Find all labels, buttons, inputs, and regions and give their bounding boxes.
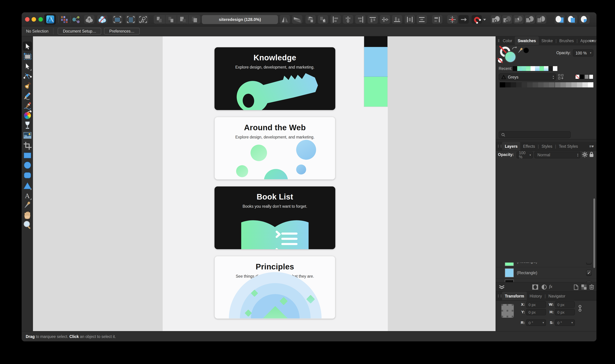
grey-swatch[interactable] (516, 82, 522, 87)
space-horizontal-icon[interactable] (405, 15, 415, 24)
layer-thumbnail[interactable] (505, 268, 514, 277)
move-by-whole-pixels-icon[interactable] (459, 15, 469, 24)
swatch-search-input[interactable] (499, 131, 571, 138)
r-field[interactable]: 0 °▾ (526, 319, 546, 326)
align-top-icon[interactable] (368, 15, 378, 24)
w-field[interactable]: 0 px (555, 301, 575, 308)
grey-swatch[interactable] (588, 82, 593, 87)
pen-tool[interactable] (23, 81, 32, 91)
panel-menu-icon[interactable]: ≡▾ (589, 144, 594, 149)
link-dimensions-icon[interactable] (578, 305, 582, 312)
panel-grip[interactable] (498, 145, 501, 148)
tab-stroke[interactable]: Stroke (539, 36, 556, 45)
tab-transform[interactable]: Transform (502, 292, 527, 300)
forward-one-icon[interactable] (166, 15, 177, 24)
tab-layers[interactable]: Layers (502, 142, 520, 150)
new-pattern-icon[interactable] (581, 285, 587, 290)
canvas[interactable]: Knowledge Explore design, development, a… (33, 36, 496, 331)
fill-color-well[interactable] (504, 51, 516, 63)
stack-icon[interactable] (499, 284, 505, 290)
recent-swatch[interactable] (517, 66, 521, 71)
tab-history[interactable]: History (527, 292, 545, 300)
color-picker-icon[interactable] (517, 47, 523, 54)
grey-swatch[interactable] (538, 82, 544, 87)
grey-swatch[interactable] (527, 82, 533, 87)
pixel-persona-icon[interactable] (59, 15, 69, 24)
designer-persona-button[interactable] (44, 14, 56, 25)
tab-color[interactable]: Color (500, 36, 515, 45)
add-swatch-icon[interactable] (558, 74, 564, 80)
align-bottom-icon[interactable] (392, 15, 402, 24)
grey-swatch[interactable] (572, 82, 577, 87)
layer-thumbnail[interactable] (505, 262, 514, 266)
magnet-caret-icon[interactable] (479, 15, 490, 24)
blend-mode-dropdown[interactable]: Normal▴▾ (534, 152, 580, 158)
grey-swatch[interactable] (522, 82, 527, 87)
rotate-ccw-icon[interactable] (306, 15, 316, 24)
fill-tool[interactable] (23, 111, 32, 120)
boolean-add-icon[interactable] (491, 15, 501, 24)
space-vertical-icon[interactable] (417, 15, 427, 24)
partial-artboard[interactable] (364, 36, 388, 107)
grey-swatch[interactable] (555, 82, 560, 87)
quick-swatch[interactable] (580, 74, 584, 79)
artboard-grid-2-icon[interactable] (126, 15, 136, 24)
insert-behind-icon[interactable] (555, 15, 565, 24)
s-field[interactable]: 0 °▾ (555, 319, 575, 326)
tab-navigator[interactable]: Navigator (546, 292, 568, 300)
partial-artboard-segment[interactable] (364, 47, 388, 77)
picked-color-well[interactable] (523, 48, 529, 53)
grey-swatch[interactable] (500, 82, 505, 87)
tab-swatches[interactable]: Swatches (515, 36, 539, 45)
quick-swatch[interactable] (589, 74, 593, 79)
grey-swatch[interactable] (582, 82, 588, 87)
fx-icon[interactable]: fx (549, 284, 552, 289)
color-picker-tool[interactable] (23, 200, 32, 210)
pencil-tool[interactable] (23, 91, 32, 100)
panel-grip[interactable] (498, 294, 501, 298)
align-middle-icon[interactable] (380, 15, 390, 24)
unlink-symbol-icon[interactable] (97, 15, 107, 24)
layer-row[interactable]: (Rectangle)✓ (496, 267, 597, 279)
text-tool[interactable]: A (23, 191, 32, 200)
adjustment-icon[interactable] (542, 285, 547, 290)
partial-artboard-segment[interactable] (364, 36, 388, 47)
boolean-xor-icon[interactable] (525, 15, 535, 24)
grid-icon[interactable] (447, 15, 458, 24)
view-hand-tool[interactable] (23, 210, 32, 219)
align-center-h-icon[interactable] (343, 15, 353, 24)
vector-brush-tool[interactable] (23, 101, 32, 110)
partial-artboard-segment[interactable] (364, 77, 388, 107)
insert-on-top-icon[interactable] (579, 15, 590, 24)
align-left-icon[interactable] (331, 15, 341, 24)
grey-swatch[interactable] (566, 82, 571, 87)
boolean-subtract-icon[interactable] (502, 15, 512, 24)
trash-icon[interactable] (589, 284, 594, 290)
boolean-divide-icon[interactable] (536, 15, 546, 24)
rectangle-tool[interactable] (23, 150, 32, 160)
preferences-button[interactable]: Preferences… (104, 28, 140, 35)
artboard-tool[interactable] (23, 52, 32, 61)
mask-icon[interactable] (532, 285, 538, 290)
recent-swatch[interactable] (544, 66, 548, 71)
y-field[interactable]: 0 px (526, 309, 546, 315)
artboard-grid-1-icon[interactable] (112, 15, 123, 24)
ellipse-tool[interactable] (23, 160, 32, 170)
swap-colors-icon[interactable] (512, 46, 517, 51)
grey-swatch[interactable] (544, 82, 549, 87)
insert-inside-icon[interactable] (567, 15, 577, 24)
artboard-around-the-web[interactable]: Around the Web Explore design, developme… (214, 117, 335, 180)
layer-visibility-checkbox[interactable]: ✓ (586, 270, 592, 276)
gear-icon[interactable] (582, 152, 587, 157)
move-tool[interactable] (23, 41, 32, 51)
lock-icon[interactable] (589, 152, 594, 157)
panel-menu-icon[interactable]: ≡▾ (589, 39, 594, 43)
new-layer-icon[interactable] (574, 285, 578, 290)
node-tool[interactable] (23, 62, 32, 71)
export-persona-icon[interactable] (71, 15, 81, 24)
artboard-book-list[interactable]: Book List Books you really don’t want to… (214, 186, 335, 249)
flip-vertical-icon[interactable] (292, 15, 302, 24)
h-field[interactable]: 0 px (555, 309, 575, 315)
anchor-point-widget[interactable] (501, 304, 514, 318)
flip-horizontal-icon[interactable] (280, 15, 290, 24)
